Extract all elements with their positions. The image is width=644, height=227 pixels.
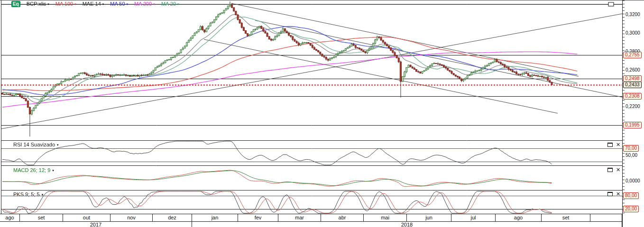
month-cell: ago bbox=[0, 214, 20, 221]
current-price-badge: 0,2433 bbox=[623, 82, 642, 88]
close-icon[interactable]: ✕ bbox=[616, 167, 620, 172]
month-row: agosetoutnovdezjanfevmarabrmaijunjulagos… bbox=[0, 214, 622, 222]
macd-title-label: MACD 26; 12; 9 bbox=[13, 167, 50, 173]
chevron-down-icon: ▾ bbox=[177, 2, 179, 6]
legend-item-mae14[interactable]: MAE 14▾ bbox=[83, 1, 104, 7]
symbol-dropdown[interactable]: BCP:xlis ▾ bbox=[27, 1, 49, 7]
rsi-title-label: RSI 14 Suavizado bbox=[13, 142, 55, 147]
chevron-down-icon: ▾ bbox=[57, 143, 59, 146]
axis-tick-label: 0,0000 bbox=[626, 178, 640, 183]
macd-panel-title[interactable]: MACD 26; 12; 9 ▾ bbox=[13, 167, 54, 173]
month-cell: abr bbox=[321, 214, 364, 221]
chevron-down-icon: ▾ bbox=[42, 193, 44, 196]
pks-panel-title[interactable]: PKS 9; 5; 5 ▾ bbox=[13, 191, 43, 197]
legend-item-ma20[interactable]: MA 20▾ bbox=[161, 1, 179, 7]
rsi-panel-title[interactable]: RSI 14 Suavizado ▾ bbox=[13, 142, 59, 147]
month-cell bbox=[590, 214, 622, 221]
legend-items: MA 100▾MAE 14▾MA 50▾MA 200▾MA 20▾ bbox=[55, 1, 179, 7]
legend-bar: Eq BCP:xlis ▾ MA 100▾MAE 14▾MA 50▾MA 200… bbox=[11, 0, 179, 7]
axis-tick-label: 0,3000 bbox=[626, 30, 640, 35]
macd-window-controls: ✕ bbox=[607, 167, 620, 172]
legend-item-label: MA 20 bbox=[161, 1, 176, 7]
chevron-down-icon: ▾ bbox=[47, 2, 49, 6]
legend-item-ma50[interactable]: MA 50▾ bbox=[110, 1, 128, 7]
chevron-down-icon: ▾ bbox=[127, 2, 129, 6]
chevron-down-icon: ▾ bbox=[153, 2, 155, 6]
legend-item-label: MA 200 bbox=[134, 1, 152, 7]
chevron-down-icon: ▾ bbox=[102, 2, 104, 6]
main-chart-canvas[interactable] bbox=[0, 0, 622, 214]
month-cell: nov bbox=[110, 214, 153, 221]
month-cell: jul bbox=[451, 214, 496, 221]
chevron-down-icon: ▾ bbox=[52, 169, 54, 172]
axis-tick-label: 50,00 bbox=[626, 153, 637, 158]
restore-icon[interactable] bbox=[607, 168, 613, 172]
symbol-label: BCP:xlis bbox=[27, 1, 46, 7]
year-row: 20172018 bbox=[0, 222, 622, 227]
month-cell: out bbox=[63, 214, 110, 221]
month-cell: set bbox=[542, 214, 590, 221]
month-cell: mar bbox=[278, 214, 321, 221]
restore-icon[interactable] bbox=[607, 143, 613, 147]
trading-chart-window: Eq BCP:xlis ▾ MA 100▾MAE 14▾MA 50▾MA 200… bbox=[0, 0, 644, 227]
month-cell: jun bbox=[407, 214, 451, 221]
restore-icon[interactable] bbox=[607, 192, 613, 196]
level-price-badge: 0,2308 bbox=[623, 93, 642, 100]
legend-item-ma200[interactable]: MA 200▾ bbox=[134, 1, 155, 7]
level-price-badge: 0,2755 bbox=[623, 52, 642, 58]
level-price-badge: 80,00 bbox=[623, 192, 639, 199]
equity-badge: Eq bbox=[11, 1, 20, 7]
month-cell: set bbox=[20, 214, 63, 221]
month-cell: ago bbox=[496, 214, 542, 221]
legend-item-label: MA 100 bbox=[55, 1, 73, 7]
legend-item-label: MAE 14 bbox=[83, 1, 101, 7]
pks-title-label: PKS 9; 5; 5 bbox=[13, 191, 40, 197]
axis-tick-label: 0,2600 bbox=[626, 67, 640, 72]
level-price-badge: 0,1995 bbox=[623, 122, 642, 128]
month-cell: mai bbox=[364, 214, 407, 221]
axis-tick-label: 0,3200 bbox=[626, 12, 640, 17]
axis-tick-label: 0,2200 bbox=[626, 104, 640, 109]
month-cell: fev bbox=[238, 214, 278, 221]
year-label-2018: 2018 bbox=[192, 222, 622, 227]
legend-item-label: MA 50 bbox=[110, 1, 125, 7]
chevron-down-icon: ▾ bbox=[74, 2, 76, 6]
price-axis-tick-strip bbox=[623, 0, 625, 214]
legend-item-ma100[interactable]: MA 100▾ bbox=[55, 1, 76, 7]
pks-window-controls: ✕ bbox=[607, 191, 620, 196]
month-cell: dez bbox=[153, 214, 192, 221]
year-label-2017: 2017 bbox=[0, 222, 192, 227]
level-price-badge: 70,00 bbox=[623, 145, 639, 152]
close-icon[interactable]: ✕ bbox=[616, 142, 620, 147]
time-axis[interactable]: agosetoutnovdezjanfevmarabrmaijunjulagos… bbox=[0, 214, 622, 227]
close-icon[interactable]: ✕ bbox=[616, 191, 620, 196]
rsi-window-controls: ✕ bbox=[607, 142, 620, 147]
month-cell: jan bbox=[192, 214, 238, 221]
level-price-badge: 20,00 bbox=[623, 206, 639, 212]
